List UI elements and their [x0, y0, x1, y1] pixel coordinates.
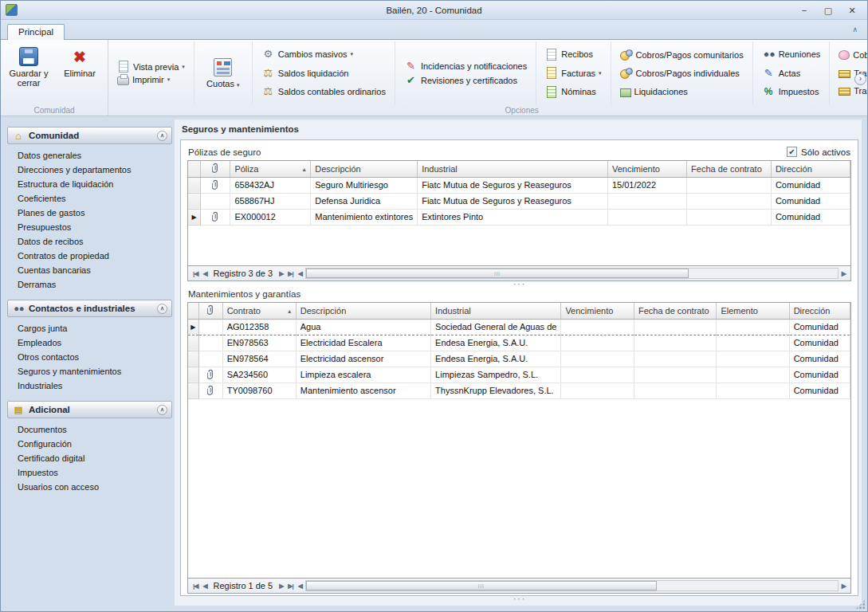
sidebar-item[interactable]: Coeficientes: [7, 191, 172, 206]
cell[interactable]: [561, 319, 634, 335]
table-row[interactable]: 658432AJSeguro MultiriesgoFiatc Mutua de…: [188, 177, 850, 193]
cell[interactable]: Comunidad: [789, 319, 850, 335]
impuestos-button[interactable]: % Impuestos: [759, 84, 823, 99]
ribbon-overflow-button[interactable]: ›: [854, 73, 866, 85]
chevron-up-icon[interactable]: ∧: [157, 405, 167, 415]
actas-button[interactable]: ✎ Actas: [759, 66, 804, 80]
cell[interactable]: SA234560: [222, 367, 296, 382]
cell[interactable]: [687, 209, 772, 225]
sidebar-section-header[interactable]: ▤Adicional∧: [7, 401, 172, 418]
cell[interactable]: Electricidad ascensor: [296, 351, 430, 367]
cell[interactable]: Endesa Energia, S.A.U.: [431, 335, 561, 351]
scroll-right-button[interactable]: ▶: [839, 583, 848, 590]
facturas-button[interactable]: Facturas ▾: [542, 66, 604, 80]
cell[interactable]: [634, 367, 716, 382]
saldos-liquidacion-button[interactable]: ⚖ Saldos liquidación: [258, 66, 352, 80]
cell[interactable]: Limpieza escalera: [296, 367, 430, 382]
chevron-up-icon[interactable]: ∧: [157, 304, 167, 314]
cell[interactable]: EX000012: [230, 209, 311, 225]
cell[interactable]: Fiatc Mutua de Seguros y Reaseguros: [418, 177, 608, 193]
cell[interactable]: EN978563: [222, 335, 296, 351]
cell[interactable]: [687, 177, 772, 193]
sidebar-item[interactable]: Configuración: [7, 437, 172, 451]
cell[interactable]: Sociedad General de Aguas de: [431, 319, 561, 335]
sidebar-item[interactable]: Presupuestos: [7, 220, 172, 234]
cell[interactable]: [561, 367, 634, 382]
column-header[interactable]: Descripción: [311, 161, 418, 177]
sidebar-item[interactable]: Empleados: [7, 335, 172, 350]
table-row[interactable]: ▶EX000012Mantenimiento extintoresExtinto…: [188, 209, 850, 225]
cell[interactable]: [717, 335, 789, 351]
column-header[interactable]: Dirección: [771, 161, 850, 177]
cobros-pagos-comunitarios-button[interactable]: Cobros/Pagos comunitarios: [617, 49, 747, 61]
sidebar-item[interactable]: Otros contactos: [7, 350, 172, 364]
scroll-left-button[interactable]: ◀: [296, 270, 304, 277]
cambios-masivos-button[interactable]: ⚙ Cambios masivos ▾: [258, 47, 356, 61]
table-row[interactable]: SA234560Limpieza escaleraLimpiezas Sampe…: [188, 367, 850, 382]
cell[interactable]: [607, 209, 686, 225]
cell[interactable]: [634, 351, 716, 367]
cell[interactable]: Comunidad: [789, 351, 850, 367]
next-page-button[interactable]: ▶: [277, 270, 285, 277]
column-header[interactable]: Fecha de contrato: [634, 303, 716, 319]
cell[interactable]: 15/01/2022: [607, 177, 686, 193]
vista-previa-button[interactable]: Vista previa ▾: [114, 60, 188, 73]
prev-page-button[interactable]: ◀: [200, 270, 209, 277]
column-header[interactable]: Vencimiento: [561, 303, 634, 319]
column-header[interactable]: Industrial: [418, 161, 608, 177]
table-row[interactable]: 658867HJDefensa JuridicaFiatc Mutua de S…: [188, 193, 850, 209]
cell[interactable]: Mantenimiento ascensor: [296, 382, 430, 398]
column-header[interactable]: Vencimiento: [607, 161, 686, 177]
last-page-button[interactable]: ▶|: [285, 583, 295, 590]
close-button[interactable]: ✕: [846, 4, 858, 17]
cell[interactable]: Comunidad: [789, 382, 850, 398]
sidebar-item[interactable]: Cargos junta: [7, 321, 172, 335]
table-row[interactable]: EN978563Electricidad EscaleraEndesa Ener…: [188, 335, 850, 351]
column-header[interactable]: Contrato▲: [222, 303, 296, 319]
cell[interactable]: [717, 351, 789, 367]
sidebar-item[interactable]: Industriales: [7, 379, 172, 393]
sidebar-item[interactable]: Cuentas bancarias: [7, 263, 172, 277]
cell[interactable]: [634, 382, 716, 398]
column-header[interactable]: Elemento: [717, 303, 789, 319]
cell[interactable]: EN978564: [222, 351, 296, 367]
sidebar-item[interactable]: Datos generales: [7, 148, 172, 163]
sidebar-item[interactable]: Contratos de propiedad: [7, 249, 172, 263]
sidebar-item[interactable]: Direcciones y departamentos: [7, 163, 172, 177]
first-page-button[interactable]: |◀: [190, 270, 200, 277]
cuotas-button[interactable]: Cuotas ▾: [200, 54, 246, 92]
prev-page-button[interactable]: ◀: [200, 583, 209, 590]
cobros-pagos-individuales-button[interactable]: Cobros/Pagos individuales: [617, 67, 743, 80]
cell[interactable]: Mantenimiento extintores: [311, 209, 418, 225]
sidebar-item[interactable]: Certificado digital: [7, 451, 172, 465]
cell[interactable]: Comunidad: [771, 209, 850, 225]
horizontal-scrollbar[interactable]: |||: [305, 580, 839, 591]
column-header[interactable]: Póliza▲: [230, 161, 311, 177]
cell[interactable]: [634, 319, 716, 335]
cell[interactable]: 658867HJ: [230, 193, 311, 209]
traspaso-dinero-button[interactable]: Traspaso dinero i: [835, 85, 867, 96]
column-header[interactable]: Fecha de contrato: [687, 161, 772, 177]
table-row[interactable]: ▶AG012358AguaSociedad General de Aguas d…: [188, 319, 850, 335]
attachment-column-header[interactable]: [198, 303, 222, 319]
cell[interactable]: Comunidad: [789, 367, 850, 382]
minimize-button[interactable]: −: [799, 4, 810, 17]
cell[interactable]: Comunidad: [789, 335, 850, 351]
cell[interactable]: 658432AJ: [230, 177, 311, 193]
restore-button[interactable]: ▢: [823, 4, 834, 17]
next-page-button[interactable]: ▶: [277, 583, 285, 590]
sidebar-item[interactable]: Datos de recibos: [7, 234, 172, 249]
column-header[interactable]: Industrial: [431, 303, 561, 319]
cell[interactable]: [717, 382, 789, 398]
column-header[interactable]: Dirección: [789, 303, 850, 319]
horizontal-scrollbar[interactable]: |||: [305, 268, 839, 279]
sidebar-item[interactable]: Planes de gastos: [7, 206, 172, 220]
cell[interactable]: Extintores Pinto: [418, 209, 608, 225]
cell[interactable]: [607, 193, 686, 209]
column-header[interactable]: Descripción: [296, 303, 430, 319]
last-page-button[interactable]: ▶|: [285, 270, 295, 277]
mantenimientos-grid[interactable]: Contrato▲DescripciónIndustrialVencimient…: [187, 302, 851, 579]
splitter-handle[interactable]: ···: [187, 281, 851, 289]
chevron-up-icon[interactable]: ∧: [157, 131, 167, 141]
liquidaciones-button[interactable]: Liquidaciones: [617, 86, 691, 98]
